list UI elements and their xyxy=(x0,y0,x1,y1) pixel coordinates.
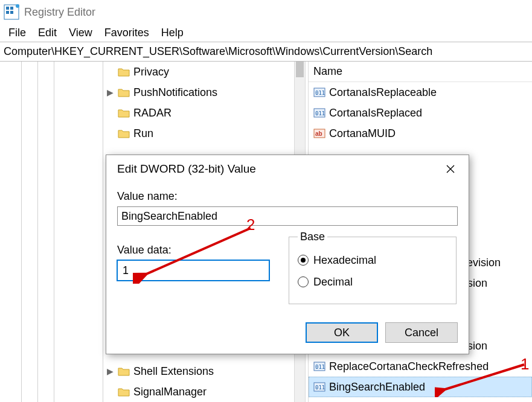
menu-edit[interactable]: Edit xyxy=(32,24,63,42)
base-fieldset: Base Hexadecimal Decimal xyxy=(289,231,457,304)
menu-help[interactable]: Help xyxy=(155,24,190,42)
radio-label: Hexadecimal xyxy=(313,254,376,267)
list-row[interactable]: 011 ReplaceCortanaCheckRefreshed xyxy=(309,356,532,377)
folder-icon xyxy=(118,366,130,376)
value-data-label: Value data: xyxy=(117,244,269,257)
dword-icon: 011 xyxy=(313,86,325,98)
value-name-input[interactable] xyxy=(117,206,458,226)
folder-icon xyxy=(118,88,130,97)
string-icon: ab xyxy=(313,127,325,139)
list-row[interactable]: ab CortanaMUID xyxy=(309,123,532,144)
tree-item-label: Privacy xyxy=(133,66,169,78)
tree-item-signalmanager[interactable]: SignalManager xyxy=(106,381,293,402)
tree-item-radar[interactable]: RADAR xyxy=(106,103,293,123)
list-row[interactable]: 011 CortanaIsReplaceable xyxy=(309,82,532,103)
app-title: Registry Editor xyxy=(24,6,95,19)
folder-icon xyxy=(118,67,130,77)
address-bar xyxy=(0,42,532,62)
annotation-1-label: 1 xyxy=(521,355,529,374)
close-button[interactable] xyxy=(442,161,459,177)
list-item-label: CortanaIsReplaceable xyxy=(329,86,437,99)
svg-text:011: 011 xyxy=(315,364,325,370)
tree-item-label: Shell Extensions xyxy=(133,365,214,378)
dword-icon: 011 xyxy=(313,360,325,372)
dialog-title: Edit DWORD (32-bit) Value xyxy=(117,162,256,176)
list-row[interactable]: 011 CortanaIsReplaced xyxy=(309,103,532,123)
list-item-label: CortanaMUID xyxy=(329,127,396,140)
list-item-label: BingSearchEnabled xyxy=(329,381,425,394)
annotation-2-label: 2 xyxy=(246,215,255,234)
app-icon xyxy=(4,4,19,20)
svg-rect-4 xyxy=(10,11,13,14)
svg-rect-2 xyxy=(10,7,13,10)
svg-point-5 xyxy=(16,4,19,8)
menu-favorites[interactable]: Favorites xyxy=(98,24,155,42)
tree-item-label: PushNotifications xyxy=(133,86,217,99)
title-bar: Registry Editor xyxy=(0,0,532,24)
tree-item-shell-extensions[interactable]: ▶ Shell Extensions xyxy=(106,361,293,381)
svg-rect-3 xyxy=(6,11,9,14)
list-row-selected[interactable]: 011 BingSearchEnabled xyxy=(309,377,532,397)
tree-item-privacy[interactable]: Privacy xyxy=(106,62,293,82)
edit-dword-dialog: Edit DWORD (32-bit) Value Value name: Va… xyxy=(106,155,469,354)
scroll-thumb[interactable] xyxy=(296,62,304,77)
expander-icon[interactable]: ▶ xyxy=(106,88,114,97)
base-legend: Base xyxy=(298,231,327,243)
list-item-label: ReplaceCortanaCheckRefreshed xyxy=(329,360,489,373)
folder-icon xyxy=(118,108,130,118)
tree-item-pushnotifications[interactable]: ▶ PushNotifications xyxy=(106,82,293,103)
list-header-name[interactable]: Name xyxy=(309,62,532,82)
svg-text:011: 011 xyxy=(315,90,325,96)
radio-decimal[interactable]: Decimal xyxy=(298,271,447,293)
svg-rect-1 xyxy=(6,7,9,10)
radio-hexadecimal[interactable]: Hexadecimal xyxy=(298,249,447,271)
menu-bar: File Edit View Favorites Help xyxy=(0,24,532,42)
folder-icon xyxy=(118,387,130,397)
dword-icon: 011 xyxy=(313,381,325,393)
address-input[interactable] xyxy=(2,45,530,59)
svg-text:011: 011 xyxy=(315,384,325,391)
radio-label: Decimal xyxy=(313,276,353,289)
dword-icon: 011 xyxy=(313,107,325,119)
radio-icon xyxy=(298,276,309,287)
value-data-input[interactable] xyxy=(117,260,269,281)
menu-view[interactable]: View xyxy=(63,24,98,42)
dialog-title-bar[interactable]: Edit DWORD (32-bit) Value xyxy=(106,155,469,183)
list-item-label: CortanaIsReplaced xyxy=(329,107,422,120)
expander-icon[interactable]: ▶ xyxy=(106,366,114,376)
tree-item-label: Run xyxy=(133,127,153,140)
svg-text:ab: ab xyxy=(315,130,322,137)
menu-file[interactable]: File xyxy=(2,24,32,42)
svg-text:011: 011 xyxy=(315,110,325,116)
tree-item-label: RADAR xyxy=(133,107,171,120)
radio-icon xyxy=(298,255,309,266)
value-name-label: Value name: xyxy=(117,190,458,203)
tree-item-run[interactable]: Run xyxy=(106,123,293,144)
cancel-button[interactable]: Cancel xyxy=(385,322,458,343)
close-icon xyxy=(446,165,455,173)
ok-button[interactable]: OK xyxy=(306,322,378,343)
tree-item-label: SignalManager xyxy=(133,386,207,398)
folder-icon xyxy=(118,129,130,138)
